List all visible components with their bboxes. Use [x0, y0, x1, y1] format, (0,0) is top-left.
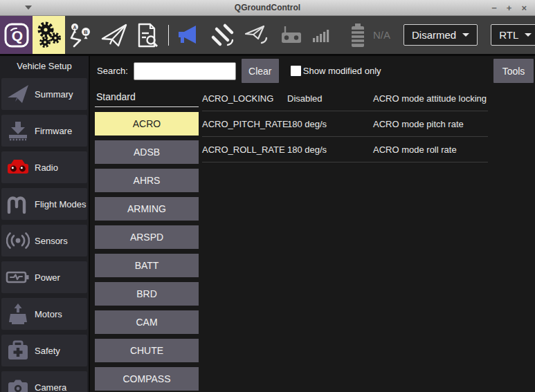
qgroundcontrol-window: { "window": { "title": "QGroundControl",…	[0, 0, 535, 392]
category-button-adsb[interactable]: ADSB	[95, 140, 199, 164]
sidebar-item-label: Sensors	[35, 236, 68, 246]
sidebar-item-label: Flight Modes	[35, 199, 86, 209]
fly-paper-plane-icon	[100, 21, 129, 49]
search-input[interactable]	[134, 62, 236, 80]
table-row[interactable]: ACRO_LOCKING Disabled ACRO mode attitude…	[202, 86, 488, 111]
clear-button[interactable]: Clear	[242, 59, 279, 83]
gears-setup-icon	[35, 21, 64, 50]
sidebar-item-sensors[interactable]: Sensors	[1, 225, 87, 256]
vehicle-setup-sidebar: Vehicle Setup Summary Firmware	[0, 56, 90, 392]
camera-icon	[1, 377, 35, 392]
category-button-arspd[interactable]: ARSPD	[95, 225, 199, 249]
qgc-logo-icon: Q	[3, 21, 30, 49]
home-view-button[interactable]: Q	[0, 16, 33, 54]
sidebar-title: Vehicle Setup	[0, 61, 89, 71]
show-modified-checkbox[interactable]	[291, 66, 301, 76]
parameter-categories: Standard ACRO ADSB AHRS ARMING ARSPD BAT…	[95, 86, 199, 392]
flight-mode-label: RTL	[499, 29, 518, 41]
category-button-arming[interactable]: ARMING	[95, 197, 199, 221]
show-modified-label: Show modified only	[303, 66, 381, 76]
window-title: QGroundControl	[0, 3, 535, 12]
content-area: Vehicle Setup Summary Firmware	[0, 56, 535, 392]
parameters-body: Standard ACRO ADSB AHRS ARMING ARSPD BAT…	[90, 86, 535, 392]
param-value: 180 deg/s	[287, 144, 373, 155]
search-label: Search:	[97, 66, 128, 76]
sidebar-item-label: Power	[35, 272, 60, 283]
param-description: ACRO mode roll rate	[373, 144, 488, 155]
battery-icon[interactable]	[349, 22, 367, 48]
sidebar-item-firmware[interactable]: Firmware	[1, 115, 87, 147]
close-button[interactable]: ×	[521, 3, 527, 12]
category-button-compass[interactable]: COMPASS	[95, 367, 199, 391]
sensors-icon	[1, 230, 35, 251]
category-button-cam[interactable]: CAM	[95, 310, 199, 334]
sidebar-item-label: Safety	[35, 346, 60, 356]
safety-kit-icon	[1, 339, 35, 362]
analyze-document-icon	[133, 21, 161, 49]
maximize-button[interactable]: +	[507, 3, 512, 12]
parameter-filter-bar: Search: Clear Show modified only Tools	[90, 56, 535, 86]
rc-transmitter-icon[interactable]	[280, 24, 303, 46]
param-description: ACRO mode attitude locking	[373, 93, 488, 104]
satellite-icon[interactable]	[210, 23, 235, 48]
table-row[interactable]: ACRO_PITCH_RATE 180 deg/s ACRO mode pitc…	[202, 111, 488, 137]
window-controls: − + ×	[491, 3, 535, 12]
main-toolbar: Q	[0, 16, 535, 56]
param-value: 180 deg/s	[287, 119, 373, 129]
battery-status-text: N/A	[373, 29, 390, 41]
clear-button-label: Clear	[248, 66, 271, 77]
sidebar-item-label: Motors	[35, 309, 62, 319]
toolbar-separator	[168, 25, 169, 46]
arm-status-dropdown[interactable]: Disarmed	[403, 24, 478, 46]
svg-text:B: B	[84, 29, 88, 35]
svg-text:Q: Q	[11, 28, 22, 44]
tools-button[interactable]: Tools	[493, 59, 534, 83]
sidebar-item-label: Camera	[35, 382, 66, 392]
telemetry-plane-icon[interactable]	[244, 24, 271, 46]
sidebar-item-motors[interactable]: Motors	[1, 298, 87, 330]
sidebar-item-radio[interactable]: Radio	[1, 151, 87, 183]
sidebar-item-flight-modes[interactable]: Flight Modes	[1, 188, 87, 220]
power-battery-icon	[1, 268, 35, 286]
radio-icon	[1, 158, 35, 177]
analyze-view-button[interactable]	[130, 16, 163, 54]
sidebar-item-label: Radio	[35, 162, 58, 173]
fly-view-button[interactable]	[98, 16, 130, 54]
chevron-down-icon	[462, 33, 469, 37]
toolbar-status-group: N/A Disarmed RTL	[176, 16, 535, 54]
titlebar: QGroundControl − + ×	[0, 0, 535, 16]
category-button-acro[interactable]: ACRO	[95, 112, 199, 136]
param-name: ACRO_PITCH_RATE	[202, 119, 287, 129]
param-name: ACRO_ROLL_RATE	[202, 144, 287, 155]
chevron-down-icon	[525, 33, 532, 37]
category-button-batt[interactable]: BATT	[95, 254, 199, 277]
flight-mode-dropdown[interactable]: RTL	[491, 24, 535, 46]
motors-icon	[1, 303, 35, 325]
category-group-header[interactable]: Standard	[95, 86, 199, 107]
firmware-download-icon	[1, 120, 35, 141]
table-row[interactable]: ACRO_ROLL_RATE 180 deg/s ACRO mode roll …	[202, 137, 488, 162]
vehicle-setup-view-button[interactable]	[33, 16, 65, 54]
plan-route-icon: A B	[68, 21, 96, 49]
parameters-panel: Search: Clear Show modified only Tools S…	[90, 56, 535, 392]
param-description: ACRO mode pitch rate	[373, 119, 488, 129]
audio-megaphone-icon[interactable]	[176, 24, 201, 47]
arm-status-label: Disarmed	[412, 29, 456, 41]
category-button-brd[interactable]: BRD	[95, 282, 199, 306]
tools-button-label: Tools	[502, 66, 525, 77]
minimize-button[interactable]: −	[491, 3, 497, 12]
param-value: Disabled	[287, 93, 373, 104]
sidebar-item-label: Summary	[35, 89, 73, 100]
sidebar-item-summary[interactable]: Summary	[1, 78, 87, 110]
sidebar-item-power[interactable]: Power	[1, 261, 87, 293]
category-button-ahrs[interactable]: AHRS	[95, 169, 199, 192]
signal-bars-icon[interactable]	[312, 26, 330, 44]
svg-text:A: A	[73, 24, 76, 29]
sidebar-item-label: Firmware	[35, 126, 72, 136]
plan-view-button[interactable]: A B	[65, 16, 98, 54]
summary-plane-icon	[1, 84, 35, 104]
category-button-chute[interactable]: CHUTE	[95, 339, 199, 362]
parameter-table: ACRO_LOCKING Disabled ACRO mode attitude…	[202, 86, 488, 392]
sidebar-item-safety[interactable]: Safety	[1, 335, 87, 366]
sidebar-item-camera[interactable]: Camera	[1, 371, 87, 392]
